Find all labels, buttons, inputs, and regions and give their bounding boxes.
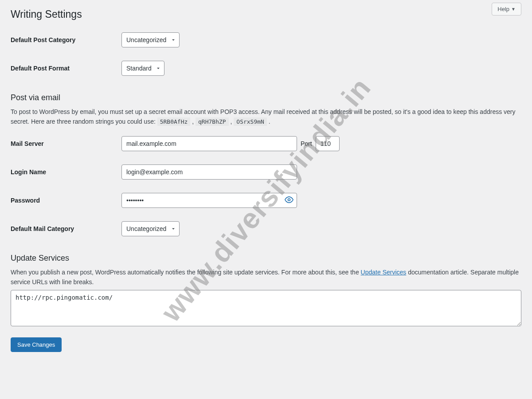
mail-server-label: Mail Server [11,129,121,158]
default-post-category-select[interactable]: Uncategorized [121,32,180,47]
update-services-link[interactable]: Update Services [361,269,407,276]
mail-server-input[interactable] [121,136,297,151]
post-via-email-description: To post to WordPress by email, you must … [11,107,521,127]
port-label: Port [301,140,312,147]
eye-icon [285,196,293,206]
update-services-textarea[interactable]: http://rpc.pingomatic.com/ [11,290,521,326]
show-password-button[interactable] [284,195,294,207]
default-post-format-label: Default Post Format [11,54,121,82]
chevron-down-icon: ▼ [511,7,516,12]
help-tab[interactable]: Help ▼ [492,3,521,16]
login-name-label: Login Name [11,158,121,186]
save-changes-button[interactable]: Save Changes [11,337,62,352]
random-string-1: 5RB0AfHz [157,117,191,126]
update-services-description: When you publish a new post, WordPress a… [11,267,521,287]
svg-point-0 [288,199,290,201]
default-mail-category-select[interactable]: Uncategorized [121,221,180,236]
port-input[interactable] [316,136,340,151]
login-name-input[interactable] [121,164,297,180]
update-services-heading: Update Services [11,254,521,263]
help-label: Help [497,6,509,12]
random-string-3: OSrxS9mN [234,117,267,126]
password-label: Password [11,186,121,215]
default-mail-category-label: Default Mail Category [11,215,121,243]
password-input[interactable] [121,193,297,208]
page-title: Writing Settings [11,0,521,26]
post-via-email-heading: Post via email [11,93,521,102]
default-post-format-select[interactable]: Standard [121,61,164,76]
default-post-category-label: Default Post Category [11,26,121,54]
random-string-2: qRH7BhZP [196,117,229,126]
